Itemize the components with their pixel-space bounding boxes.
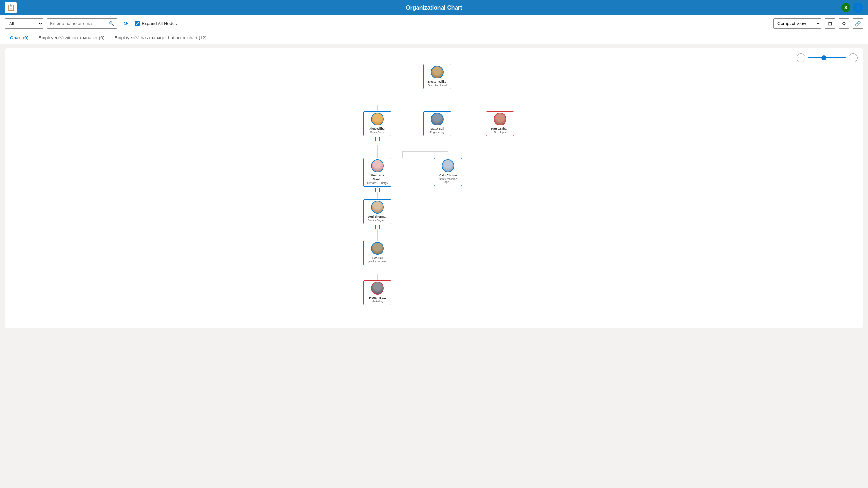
sharepoint-icon: S — [841, 3, 850, 12]
name-vikki: Vikki Chotter — [439, 174, 457, 177]
avatar-matty — [431, 113, 443, 125]
card-vikki[interactable]: Vikki Chotter Spray machine ope... — [434, 158, 462, 186]
tab-not-in-chart[interactable]: Employee(s) has manager but not in chart… — [110, 32, 212, 44]
filter-select[interactable]: All Department Role — [5, 19, 43, 29]
role-vikki: Spray machine ope... — [437, 177, 459, 184]
zoom-slider[interactable] — [808, 57, 846, 58]
link-button[interactable]: 🔗 — [853, 19, 863, 29]
avatar-nestor — [431, 66, 443, 79]
header-left: 📋 — [5, 2, 17, 13]
role-matt: Developer — [494, 130, 506, 134]
app-header: 📋 Organizational Chart S 👤 — [0, 0, 868, 15]
expand-henrietta[interactable]: − — [375, 188, 380, 192]
page-title: Organizational Chart — [406, 4, 462, 11]
card-joni[interactable]: Joni Sherman Quality Engineer — [364, 199, 392, 224]
gear-icon: ⚙ — [842, 21, 846, 27]
card-matt[interactable]: Matt Graham Developer — [486, 111, 514, 136]
card-alex[interactable]: Alex Wilber Sales Force — [364, 111, 392, 136]
name-alex: Alex Wilber — [369, 127, 386, 130]
zoom-out-button[interactable]: − — [797, 53, 805, 62]
org-wrapper: Nestor Wilke Operation Head − Alex Wilbe… — [310, 58, 558, 318]
chart-area: − + — [5, 48, 863, 328]
expand-matty[interactable]: − — [435, 137, 439, 142]
org-chart-container: Nestor Wilke Operation Head − Alex Wilbe… — [5, 48, 863, 328]
expand-joni[interactable]: − — [375, 225, 380, 230]
export-icon: ⊡ — [828, 21, 832, 27]
expand-alex[interactable]: − — [375, 137, 380, 142]
expand-all-label[interactable]: Expand All Nodes — [135, 21, 177, 26]
name-matty: Matty sail — [430, 127, 444, 130]
avatar-megan — [371, 282, 384, 295]
zoom-in-button[interactable]: + — [848, 53, 858, 62]
header-right: S 👤 — [841, 3, 863, 13]
view-select[interactable]: Compact View Full View — [773, 19, 821, 29]
node-matty[interactable]: Matty sail Engineering − — [423, 111, 451, 142]
role-henrietta: Climate & Energy — [367, 181, 388, 185]
role-lee: Quality Engineer — [368, 260, 388, 263]
node-henrietta[interactable]: Henrietta Muel... Climate & Energy − — [364, 158, 392, 192]
name-henrietta: Henrietta Muel... — [366, 174, 389, 181]
node-joni[interactable]: Joni Sherman Quality Engineer − — [364, 199, 392, 230]
link-icon: 🔗 — [855, 21, 861, 27]
role-alex: Sales Force — [370, 130, 384, 134]
search-input[interactable] — [50, 21, 107, 26]
avatar-matt — [494, 113, 506, 125]
name-joni: Joni Sherman — [368, 215, 388, 219]
role-megan: Marketing — [371, 300, 383, 303]
search-icon: 🔍 — [108, 21, 114, 26]
role-joni: Quality Engineer — [368, 219, 388, 222]
avatar-alex — [371, 113, 384, 125]
tree-connectors — [310, 58, 558, 318]
settings-button[interactable]: ⚙ — [839, 19, 849, 29]
name-lee: Lee Gu — [372, 256, 382, 260]
toolbar: All Department Role 🔍 ⟳ Expand All Nodes… — [0, 15, 868, 32]
node-vikki[interactable]: Vikki Chotter Spray machine ope... — [434, 158, 462, 186]
card-henrietta[interactable]: Henrietta Muel... Climate & Energy — [364, 158, 392, 187]
name-megan: Megan Bo... — [369, 296, 386, 300]
avatar-lee — [371, 242, 384, 255]
role-matty: Engineering — [430, 130, 444, 134]
tab-bar: Chart (9) Employee(s) without manager (6… — [0, 32, 868, 44]
avatar-vikki — [442, 159, 454, 172]
node-matt[interactable]: Matt Graham Developer — [486, 111, 514, 136]
card-nestor[interactable]: Nestor Wilke Operation Head — [423, 64, 451, 89]
export-button[interactable]: ⊡ — [825, 19, 835, 29]
card-matty[interactable]: Matty sail Engineering — [423, 111, 451, 136]
search-box: 🔍 — [47, 19, 117, 29]
card-lee[interactable]: Lee Gu Quality Engineer — [364, 241, 392, 265]
app-icon: 📋 — [5, 2, 17, 13]
node-alex[interactable]: Alex Wilber Sales Force − — [364, 111, 392, 142]
expand-all-checkbox[interactable] — [135, 21, 140, 26]
name-matt: Matt Graham — [491, 127, 509, 130]
role-nestor: Operation Head — [428, 84, 447, 87]
node-lee[interactable]: Lee Gu Quality Engineer — [364, 241, 392, 265]
refresh-icon: ⟳ — [124, 20, 128, 27]
user-avatar[interactable]: 👤 — [853, 3, 863, 13]
tab-no-manager[interactable]: Employee(s) without manager (6) — [34, 32, 110, 44]
expand-all-text: Expand All Nodes — [142, 21, 177, 26]
expand-nestor[interactable]: − — [435, 90, 439, 94]
node-nestor[interactable]: Nestor Wilke Operation Head − — [423, 64, 451, 94]
name-nestor: Nestor Wilke — [428, 80, 446, 84]
avatar-joni — [371, 201, 384, 214]
plus-icon: + — [851, 55, 854, 61]
tab-chart[interactable]: Chart (9) — [5, 32, 34, 44]
card-megan[interactable]: Megan Bo... Marketing — [364, 280, 392, 305]
node-megan[interactable]: Megan Bo... Marketing — [364, 280, 392, 305]
minus-icon: − — [799, 55, 802, 61]
zoom-controls: − + — [797, 53, 858, 62]
refresh-button[interactable]: ⟳ — [121, 19, 131, 29]
avatar-henrietta — [371, 159, 384, 172]
